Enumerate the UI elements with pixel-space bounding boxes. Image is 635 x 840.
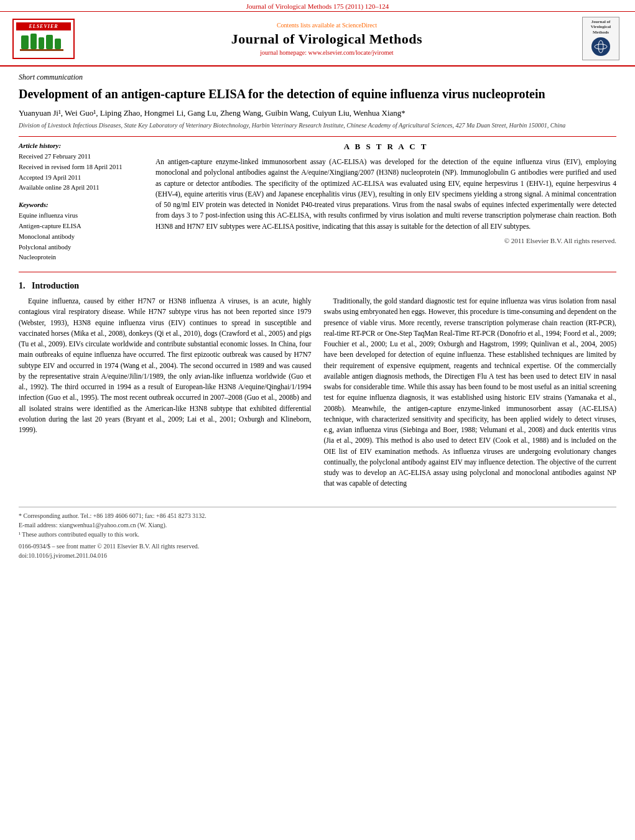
intro-left-paragraph: Equine influenza, caused by either H7N7 … — [19, 296, 312, 435]
footer-notes: * Corresponding author. Tel.: +86 189 46… — [19, 507, 616, 560]
article-type: Short communication — [19, 73, 616, 82]
doi-license-line: 0166-0934/$ – see front matter © 2011 El… — [19, 542, 616, 551]
svg-rect-2 — [39, 37, 44, 49]
history-accepted: Accepted 19 April 2011 — [19, 173, 143, 183]
meta-abstract-section: Article history: Received 27 February 20… — [19, 142, 616, 263]
section-title-text: Introduction — [32, 281, 79, 290]
svg-rect-3 — [46, 35, 53, 49]
article-title: Development of an antigen-capture ELISA … — [19, 86, 616, 102]
abstract-title: A B S T R A C T — [155, 142, 616, 152]
abstract-col: A B S T R A C T An antigen-capture enzym… — [155, 142, 616, 263]
homepage-text: journal homepage: www.elsevier.com/locat… — [260, 49, 393, 56]
article-history: Article history: Received 27 February 20… — [19, 142, 143, 193]
copyright-line: © 2011 Elsevier B.V. All rights reserved… — [155, 237, 616, 244]
sciencedirect-label: ScienceDirect — [342, 22, 377, 29]
body-right-col: Traditionally, the gold standard diagnos… — [324, 296, 617, 494]
journal-homepage: journal homepage: www.elsevier.com/locat… — [75, 49, 579, 56]
history-available: Available online 28 April 2011 — [19, 183, 143, 193]
keywords-section: Keywords: Equine influenza virus Antigen… — [19, 201, 143, 263]
left-meta-col: Article history: Received 27 February 20… — [19, 142, 143, 263]
body-left-col: Equine influenza, caused by either H7N7 … — [19, 296, 312, 494]
svg-rect-4 — [55, 39, 61, 49]
section-number: 1. — [19, 281, 25, 290]
journal-main-title: Journal of Virological Methods — [75, 31, 579, 47]
elsevier-tree-icon — [18, 32, 68, 54]
article-authors: Yuanyuan Ji¹, Wei Guo¹, Liping Zhao, Hon… — [19, 108, 616, 118]
history-received: Received 27 February 2011 — [19, 152, 143, 162]
svg-point-6 — [595, 40, 607, 53]
keyword-1: Equine influenza virus — [19, 211, 143, 221]
journal-logo-right: Journal ofVirologicalMethods — [579, 17, 623, 60]
svg-rect-0 — [21, 35, 29, 49]
corresponding-note: * Corresponding author. Tel.: +86 189 46… — [19, 511, 616, 520]
article-affiliation: Division of Livestock Infectious Disease… — [19, 121, 616, 130]
introduction-heading: 1. Introduction — [19, 281, 616, 291]
journal-header: ELSEVIER Contents lists available at Sci… — [0, 12, 635, 67]
intro-right-paragraph: Traditionally, the gold standard diagnos… — [324, 296, 617, 489]
svg-rect-1 — [30, 34, 37, 49]
keywords-label: Keywords: — [19, 201, 143, 208]
keyword-5: Nucleoprotein — [19, 252, 143, 263]
keyword-3: Monoclonal antibody — [19, 232, 143, 242]
journal-logo-circle — [591, 37, 610, 56]
journal-citation: Journal of Virological Methods 175 (2011… — [246, 2, 389, 10]
elsevier-logo: ELSEVIER — [12, 19, 75, 59]
journal-logo-box: Journal ofVirologicalMethods — [582, 17, 619, 60]
journal-emblem-icon — [594, 40, 608, 53]
keyword-4: Polyclonal antibody — [19, 242, 143, 253]
svg-rect-5 — [20, 49, 63, 51]
article-content: Short communication Development of an an… — [0, 67, 635, 573]
body-two-col: Equine influenza, caused by either H7N7 … — [19, 296, 616, 494]
sciencedirect-link: Contents lists available at ScienceDirec… — [75, 22, 579, 29]
history-revised: Received in revised form 18 April 2011 — [19, 162, 143, 173]
doi-value: doi:10.1016/j.jviromet.2011.04.016 — [19, 551, 616, 560]
equal-contribution-note: ¹ These authors contributed equally to t… — [19, 530, 616, 539]
keyword-2: Antigen-capture ELISA — [19, 221, 143, 232]
abstract-text: An antigen-capture enzyme-linked immunos… — [155, 157, 616, 232]
email-note: E-mail address: xiangwenhua1@yahoo.com.c… — [19, 520, 616, 530]
divider-middle — [19, 272, 616, 272]
history-label: Article history: — [19, 142, 143, 149]
journal-top-bar: Journal of Virological Methods 175 (2011… — [0, 0, 635, 12]
logo-text: Journal ofVirologicalMethods — [591, 19, 611, 35]
journal-title-center: Contents lists available at ScienceDirec… — [75, 22, 579, 56]
divider-top — [19, 136, 616, 137]
